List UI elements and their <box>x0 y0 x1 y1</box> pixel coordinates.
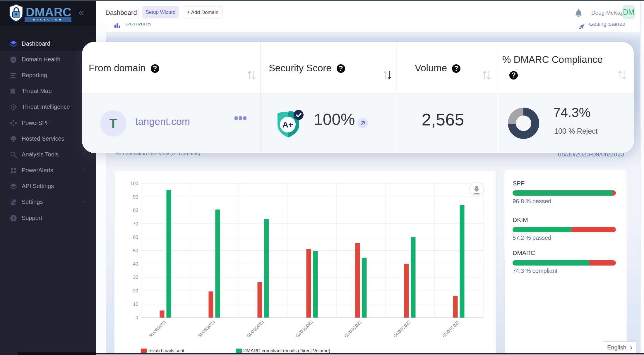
svg-text:80: 80 <box>133 208 138 213</box>
svg-text:90: 90 <box>133 194 138 199</box>
svg-text:05/09/2023: 05/09/2023 <box>441 319 460 338</box>
svg-text:01/09/2023: 01/09/2023 <box>246 319 265 338</box>
svg-text:Invalid mails sent: Invalid mails sent <box>148 348 184 353</box>
svg-text:100: 100 <box>130 181 138 186</box>
svg-text:10: 10 <box>133 302 138 307</box>
svg-text:02/09/2023: 02/09/2023 <box>295 319 314 338</box>
svg-text:30/08/2023: 30/08/2023 <box>148 319 167 338</box>
svg-text:0: 0 <box>136 315 138 320</box>
svg-text:DMARC compliant emails (Direct: DMARC compliant emails (Direct Volume) <box>243 348 330 353</box>
svg-text:20: 20 <box>133 288 138 293</box>
svg-text:30: 30 <box>133 275 138 280</box>
svg-text:04/09/2023: 04/09/2023 <box>393 319 412 338</box>
svg-text:A+: A+ <box>282 120 293 129</box>
svg-text:31/08/2023: 31/08/2023 <box>197 319 216 338</box>
svg-text:03/09/2023: 03/09/2023 <box>344 319 363 338</box>
svg-text:50: 50 <box>133 248 138 253</box>
svg-text:40: 40 <box>133 261 138 266</box>
svg-text:70: 70 <box>133 221 138 226</box>
svg-text:60: 60 <box>133 235 138 240</box>
